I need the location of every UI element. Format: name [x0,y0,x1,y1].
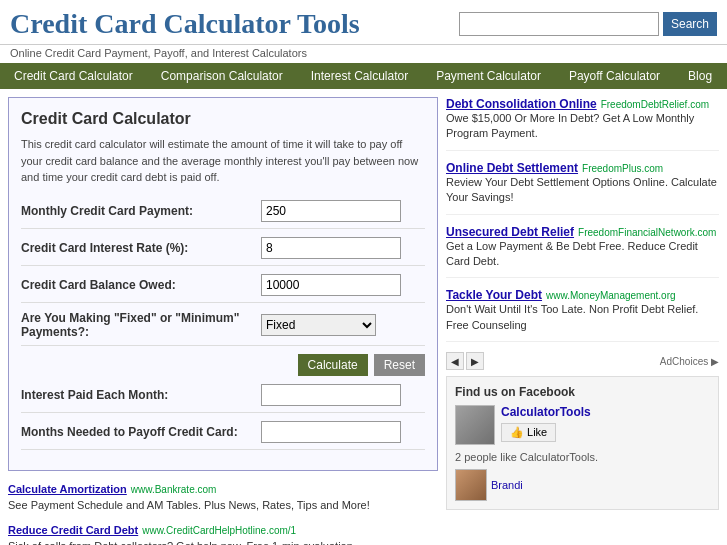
prev-ad-button[interactable]: ◀ [446,352,464,370]
ad-nav: ◀ ▶ AdChoices ▶ [446,352,719,370]
calc-field-label-2: Credit Card Balance Owed: [21,278,261,292]
link-item-1: Reduce Credit Card Debtwww.CreditCardHel… [8,522,438,546]
calculate-button[interactable]: Calculate [298,354,368,376]
link-item-0: Calculate Amortizationwww.Bankrate.comSe… [8,481,438,514]
nav-item-blog[interactable]: Blog [674,63,726,89]
facebook-like-area: 👍 Like [501,423,591,442]
nav-item-interest-calculator[interactable]: Interest Calculator [297,63,422,89]
navigation: Credit Card CalculatorComparison Calcula… [0,63,727,89]
tagline: Online Credit Card Payment, Payoff, and … [0,45,727,63]
site-title: Credit Card Calculator Tools [10,8,360,40]
facebook-info: CalculatorTools 👍 Like [501,405,591,442]
calc-field-label-3: Are You Making "Fixed" or "Minimum" Paym… [21,311,261,339]
nav-item-credit-card-calculator[interactable]: Credit Card Calculator [0,63,147,89]
link-title-1[interactable]: Reduce Credit Card Debt [8,524,138,536]
calc-input-1[interactable] [261,237,401,259]
calculator-buttons: Calculate Reset [21,354,425,376]
ad-domain-3: www.MoneyManagement.org [546,290,676,301]
facebook-box: Find us on Facebook CalculatorTools 👍 Li… [446,376,719,510]
ads-section: Debt Consolidation OnlineFreedomDebtReli… [446,97,719,342]
link-desc-1: Sick of calls from Debt collectors? Get … [8,538,438,545]
ad-desc-1: Review Your Debt Settlement Options Onli… [446,175,719,206]
nav-item-payment-calculator[interactable]: Payment Calculator [422,63,555,89]
search-button[interactable]: Search [663,12,717,36]
links-section: Calculate Amortizationwww.Bankrate.comSe… [8,481,438,546]
calc-result-field-1: Months Needed to Payoff Credit Card: [21,421,425,450]
nav-item-comparison-calculator[interactable]: Comparison Calculator [147,63,297,89]
reset-button[interactable]: Reset [374,354,425,376]
ad-item-0: Debt Consolidation OnlineFreedomDebtReli… [446,97,719,151]
ad-item-2: Unsecured Debt ReliefFreedomFinancialNet… [446,225,719,279]
calc-input-2[interactable] [261,274,401,296]
facebook-content: CalculatorTools 👍 Like [455,405,710,445]
calc-result-field-0: Interest Paid Each Month: [21,384,425,413]
calculator-description: This credit card calculator will estimat… [21,136,425,186]
right-sidebar: Debt Consolidation OnlineFreedomDebtReli… [446,97,719,545]
calc-field-label-1: Credit Card Interest Rate (%): [21,241,261,255]
facebook-page-name[interactable]: CalculatorTools [501,405,591,419]
link-desc-0: See Payment Schedule and AM Tables. Plus… [8,497,438,514]
calc-field-0: Monthly Credit Card Payment: [21,200,425,229]
payment-type-select[interactable]: FixedMinimum [261,314,376,336]
calc-result-label-1: Months Needed to Payoff Credit Card: [21,425,261,439]
facebook-section-title: Find us on Facebook [455,385,710,399]
main-content: Credit Card Calculator This credit card … [0,89,727,545]
ad-domain-1: FreedomPlus.com [582,163,663,174]
search-input[interactable] [459,12,659,36]
ad-title-2[interactable]: Unsecured Debt Relief [446,225,574,239]
calculator-box: Credit Card Calculator This credit card … [8,97,438,471]
calc-result-input-0 [261,384,401,406]
ad-title-0[interactable]: Debt Consolidation Online [446,97,597,111]
ad-desc-3: Don't Wait Until It's Too Late. Non Prof… [446,302,719,333]
calc-result-input-1 [261,421,401,443]
link-title-0[interactable]: Calculate Amortization [8,483,127,495]
calculator-results: Interest Paid Each Month:Months Needed t… [21,384,425,450]
calc-field-label-0: Monthly Credit Card Payment: [21,204,261,218]
facebook-person-avatar [455,469,487,501]
ad-title-3[interactable]: Tackle Your Debt [446,288,542,302]
link-domain-0: www.Bankrate.com [131,484,217,495]
search-area: Search [459,12,717,36]
facebook-avatar [455,405,495,445]
calc-field-1: Credit Card Interest Rate (%): [21,237,425,266]
ad-arrows: ◀ ▶ [446,352,484,370]
calc-dropdown-wrapper: FixedMinimum [261,314,376,336]
ad-title-1[interactable]: Online Debt Settlement [446,161,578,175]
calc-input-0[interactable] [261,200,401,222]
next-ad-button[interactable]: ▶ [466,352,484,370]
calc-field-3: Are You Making "Fixed" or "Minimum" Paym… [21,311,425,346]
calculator-fields: Monthly Credit Card Payment:Credit Card … [21,200,425,346]
ad-item-1: Online Debt SettlementFreedomPlus.comRev… [446,161,719,215]
calc-field-2: Credit Card Balance Owed: [21,274,425,303]
ad-domain-0: FreedomDebtRelief.com [601,99,709,110]
ad-desc-0: Owe $15,000 Or More In Debt? Get A Low M… [446,111,719,142]
calculator-title: Credit Card Calculator [21,110,425,128]
header: Credit Card Calculator Tools Search [0,0,727,45]
facebook-person-name[interactable]: Brandi [491,479,523,491]
facebook-like-button[interactable]: 👍 Like [501,423,556,442]
nav-item-payoff-calculator[interactable]: Payoff Calculator [555,63,674,89]
left-content: Credit Card Calculator This credit card … [8,97,438,545]
facebook-likes-text: 2 people like CalculatorTools. [455,451,710,463]
ad-desc-2: Get a Low Payment & Be Debt Free. Reduce… [446,239,719,270]
adchoices-label: AdChoices ▶ [660,356,719,367]
facebook-person: Brandi [455,469,710,501]
facebook-avatar-image [456,406,494,444]
ad-domain-2: FreedomFinancialNetwork.com [578,227,716,238]
link-domain-1: www.CreditCardHelpHotline.com/1 [142,525,296,536]
calc-result-label-0: Interest Paid Each Month: [21,388,261,402]
ad-item-3: Tackle Your Debtwww.MoneyManagement.orgD… [446,288,719,342]
